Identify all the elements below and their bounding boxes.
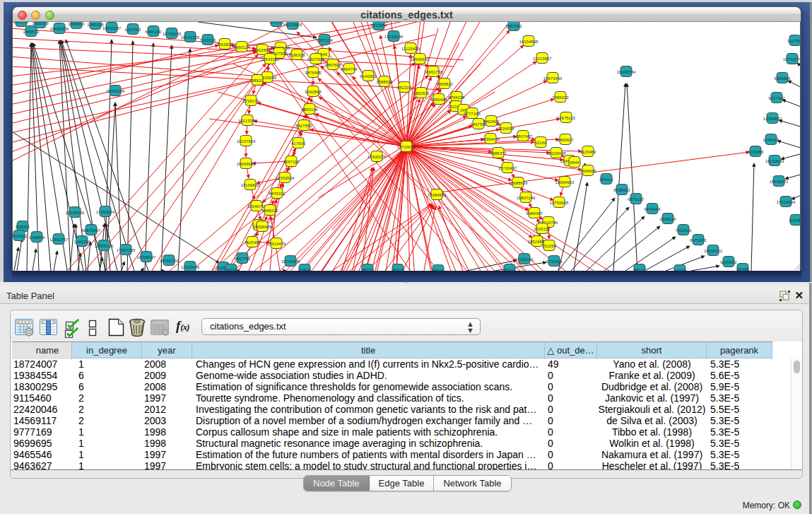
svg-text:7357224: 7357224 xyxy=(316,38,333,42)
svg-text:15716485: 15716485 xyxy=(281,259,300,264)
svg-text:15807249: 15807249 xyxy=(517,196,536,200)
svg-text:15751074: 15751074 xyxy=(783,57,800,62)
svg-text:10653287: 10653287 xyxy=(102,26,122,30)
svg-text:9474444: 9474444 xyxy=(644,207,661,211)
svg-text:16914479: 16914479 xyxy=(267,242,286,246)
svg-text:10107554: 10107554 xyxy=(237,139,256,144)
svg-text:835061: 835061 xyxy=(16,225,30,229)
svg-text:9657791: 9657791 xyxy=(234,257,251,261)
svg-text:1117345: 1117345 xyxy=(787,39,800,43)
svg-text:9315597: 9315597 xyxy=(13,22,30,24)
svg-text:1615152: 1615152 xyxy=(534,227,551,231)
svg-text:12093822: 12093822 xyxy=(763,117,782,121)
svg-text:6879197: 6879197 xyxy=(628,197,645,201)
svg-text:12353594: 12353594 xyxy=(276,176,295,180)
svg-text:1527602: 1527602 xyxy=(124,28,141,32)
svg-text:10543382: 10543382 xyxy=(261,57,280,62)
svg-text:17016504: 17016504 xyxy=(777,200,796,204)
svg-text:1145194: 1145194 xyxy=(74,240,91,244)
svg-text:1733426: 1733426 xyxy=(546,259,563,264)
svg-text:8454749: 8454749 xyxy=(341,67,358,71)
svg-text:9242848: 9242848 xyxy=(305,90,322,94)
svg-text:20053346: 20053346 xyxy=(106,89,125,93)
svg-text:2867608: 2867608 xyxy=(324,63,341,67)
svg-text:9463627: 9463627 xyxy=(557,138,574,142)
svg-text:19166825: 19166825 xyxy=(241,183,260,187)
svg-text:8427552: 8427552 xyxy=(295,124,312,128)
svg-text:252254: 252254 xyxy=(542,244,557,248)
svg-text:9329966: 9329966 xyxy=(774,76,791,81)
svg-text:15384556: 15384556 xyxy=(428,193,447,197)
svg-text:16671355: 16671355 xyxy=(181,35,200,40)
svg-text:65112: 65112 xyxy=(504,268,516,271)
svg-text:16033809: 16033809 xyxy=(283,23,302,27)
svg-text:9227342: 9227342 xyxy=(768,96,785,100)
svg-text:17957255: 17957255 xyxy=(117,248,136,252)
svg-text:12975115: 12975115 xyxy=(557,116,576,120)
svg-text:16210643: 16210643 xyxy=(765,159,784,163)
svg-text:12923446: 12923446 xyxy=(181,265,200,269)
svg-text:9115460: 9115460 xyxy=(580,150,597,154)
svg-text:15692971: 15692971 xyxy=(770,180,789,184)
svg-text:40113: 40113 xyxy=(392,268,404,271)
svg-text:29011: 29011 xyxy=(433,269,445,271)
svg-text:3267110: 3267110 xyxy=(283,160,300,164)
svg-text:90975867: 90975867 xyxy=(82,228,101,233)
svg-text:10688609: 10688609 xyxy=(509,181,528,185)
svg-text:16782759: 16782759 xyxy=(160,259,179,263)
svg-text:10025438: 10025438 xyxy=(547,151,566,156)
svg-text:7955812: 7955812 xyxy=(436,82,453,86)
svg-text:92456: 92456 xyxy=(737,267,749,271)
svg-text:19756928: 19756928 xyxy=(550,201,569,205)
svg-text:20206526: 20206526 xyxy=(66,211,85,215)
svg-text:3875685: 3875685 xyxy=(305,71,322,75)
svg-text:18724007: 18724007 xyxy=(397,145,416,149)
svg-text:7663822: 7663822 xyxy=(216,42,233,47)
svg-text:16648784: 16648784 xyxy=(617,70,636,74)
svg-text:16154808: 16154808 xyxy=(519,40,539,44)
svg-text:10973493: 10973493 xyxy=(543,76,563,81)
svg-text:12942757: 12942757 xyxy=(49,238,69,242)
svg-text:7632621: 7632621 xyxy=(675,228,692,233)
svg-text:8186328: 8186328 xyxy=(288,53,305,57)
svg-text:19654923: 19654923 xyxy=(555,180,575,185)
svg-text:10654112: 10654112 xyxy=(704,249,723,253)
svg-text:16733: 16733 xyxy=(225,268,237,271)
svg-text:116753: 116753 xyxy=(789,218,800,223)
svg-text:1605339: 1605339 xyxy=(32,22,49,25)
svg-text:2935114: 2935114 xyxy=(660,217,677,221)
svg-text:1156819: 1156819 xyxy=(29,235,46,240)
svg-text:3624554: 3624554 xyxy=(498,127,514,131)
svg-text:10958107: 10958107 xyxy=(137,255,156,259)
svg-text:7986372: 7986372 xyxy=(490,151,507,156)
svg-text:13218506: 13218506 xyxy=(384,35,404,39)
svg-text:88121: 88121 xyxy=(634,268,646,271)
svg-text:10807487: 10807487 xyxy=(514,134,533,139)
svg-text:3915911: 3915911 xyxy=(13,234,28,238)
svg-text:98213: 98213 xyxy=(362,268,374,271)
svg-text:9498222: 9498222 xyxy=(261,209,278,213)
svg-text:15720407: 15720407 xyxy=(498,166,517,170)
svg-text:8215956: 8215956 xyxy=(747,150,764,154)
svg-text:14099489: 14099489 xyxy=(253,225,272,229)
svg-text:7485003: 7485003 xyxy=(552,95,569,100)
svg-text:1244415: 1244415 xyxy=(763,138,779,142)
svg-text:1405572: 1405572 xyxy=(23,30,40,34)
svg-text:9844: 9844 xyxy=(570,160,579,165)
svg-text:8471676: 8471676 xyxy=(690,238,707,243)
svg-text:2718176: 2718176 xyxy=(242,99,259,103)
svg-text:160338: 160338 xyxy=(269,22,284,24)
svg-text:7625402: 7625402 xyxy=(244,240,261,245)
svg-text:1588520: 1588520 xyxy=(376,80,393,84)
svg-text:12213389: 12213389 xyxy=(238,119,257,123)
svg-text:1362615: 1362615 xyxy=(413,91,430,95)
svg-text:7515526: 7515526 xyxy=(199,38,216,42)
svg-text:16961758: 16961758 xyxy=(424,70,443,74)
svg-text:6466160: 6466160 xyxy=(145,30,162,34)
svg-text:2087682: 2087682 xyxy=(505,24,522,28)
svg-text:20364436: 20364436 xyxy=(481,137,500,141)
svg-text:1886810: 1886810 xyxy=(68,22,85,26)
svg-text:19654985: 19654985 xyxy=(237,162,256,166)
svg-text:62160: 62160 xyxy=(535,141,547,145)
svg-text:8813054: 8813054 xyxy=(370,23,387,28)
